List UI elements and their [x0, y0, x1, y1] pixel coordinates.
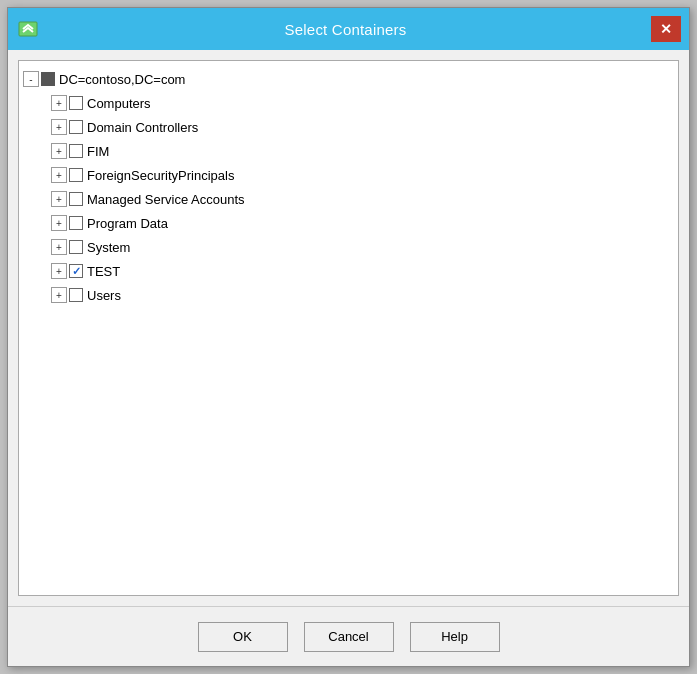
tree-root-item: - DC=contoso,DC=com — [23, 67, 674, 91]
window-title: Select Containers — [40, 21, 651, 38]
close-button[interactable]: ✕ — [651, 16, 681, 42]
item-checkbox[interactable] — [69, 120, 83, 134]
tree-item: +Program Data — [23, 211, 674, 235]
tree-container[interactable]: - DC=contoso,DC=com +Computers+Domain Co… — [18, 60, 679, 596]
select-containers-window: Select Containers ✕ - DC=contoso,DC=com … — [7, 7, 690, 667]
help-button[interactable]: Help — [410, 622, 500, 652]
item-checkbox[interactable] — [69, 96, 83, 110]
window-icon — [16, 17, 40, 41]
item-label: ForeignSecurityPrincipals — [87, 168, 234, 183]
item-expander[interactable]: + — [51, 263, 67, 279]
item-label: Program Data — [87, 216, 168, 231]
content-area: - DC=contoso,DC=com +Computers+Domain Co… — [8, 50, 689, 606]
item-label: TEST — [87, 264, 120, 279]
tree-item: +Computers — [23, 91, 674, 115]
tree-item: +System — [23, 235, 674, 259]
tree-children: +Computers+Domain Controllers+FIM+Foreig… — [23, 91, 674, 307]
button-bar: OK Cancel Help — [8, 606, 689, 666]
title-bar: Select Containers ✕ — [8, 8, 689, 50]
ok-button[interactable]: OK — [198, 622, 288, 652]
tree-item: +TEST — [23, 259, 674, 283]
item-checkbox[interactable] — [69, 144, 83, 158]
item-expander[interactable]: + — [51, 143, 67, 159]
root-expander[interactable]: - — [23, 71, 39, 87]
item-expander[interactable]: + — [51, 95, 67, 111]
item-label: Managed Service Accounts — [87, 192, 245, 207]
item-label: Domain Controllers — [87, 120, 198, 135]
root-label: DC=contoso,DC=com — [59, 72, 185, 87]
item-expander[interactable]: + — [51, 287, 67, 303]
item-checkbox[interactable] — [69, 216, 83, 230]
item-expander[interactable]: + — [51, 215, 67, 231]
item-label: System — [87, 240, 130, 255]
item-checkbox[interactable] — [69, 288, 83, 302]
item-label: FIM — [87, 144, 109, 159]
item-label: Computers — [87, 96, 151, 111]
item-expander[interactable]: + — [51, 167, 67, 183]
tree-item: +FIM — [23, 139, 674, 163]
tree-item: +ForeignSecurityPrincipals — [23, 163, 674, 187]
tree-item: +Domain Controllers — [23, 115, 674, 139]
item-checkbox[interactable] — [69, 264, 83, 278]
item-expander[interactable]: + — [51, 191, 67, 207]
item-checkbox[interactable] — [69, 240, 83, 254]
item-checkbox[interactable] — [69, 168, 83, 182]
tree-item: +Managed Service Accounts — [23, 187, 674, 211]
cancel-button[interactable]: Cancel — [304, 622, 394, 652]
root-icon — [41, 72, 55, 86]
item-expander[interactable]: + — [51, 119, 67, 135]
tree-item: +Users — [23, 283, 674, 307]
item-expander[interactable]: + — [51, 239, 67, 255]
item-label: Users — [87, 288, 121, 303]
item-checkbox[interactable] — [69, 192, 83, 206]
